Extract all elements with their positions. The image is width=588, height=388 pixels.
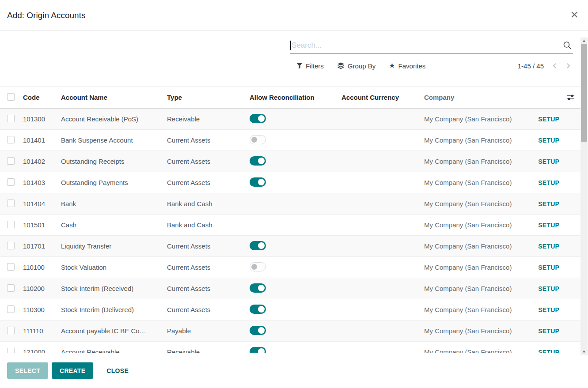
- cell-type: Current Assets: [167, 306, 250, 313]
- filters-button[interactable]: Filters: [296, 62, 324, 70]
- row-checkbox[interactable]: [7, 115, 15, 122]
- reconciliation-toggle[interactable]: [250, 114, 266, 123]
- vertical-scrollbar[interactable]: ▲ ▼: [580, 38, 588, 355]
- reconciliation-toggle[interactable]: [250, 135, 266, 144]
- cell-code: 101701: [23, 242, 61, 250]
- cell-code: 101300: [23, 115, 61, 123]
- cell-code: 101403: [23, 179, 61, 186]
- cell-code: 111110: [23, 327, 61, 335]
- star-icon: ★: [389, 62, 395, 69]
- cell-type: Bank and Cash: [167, 200, 250, 207]
- reconciliation-toggle[interactable]: [250, 262, 266, 271]
- setup-button[interactable]: SETUP: [538, 222, 559, 229]
- row-checkbox[interactable]: [7, 284, 15, 292]
- search-input[interactable]: [291, 41, 562, 50]
- table-header-row: Code Account Name Type Allow Reconciliat…: [0, 87, 580, 109]
- reconciliation-toggle[interactable]: [250, 305, 266, 314]
- filter-icon: [296, 63, 303, 69]
- setup-button[interactable]: SETUP: [538, 116, 559, 123]
- controls-row: Filters Group By ★: [290, 58, 573, 73]
- table-row[interactable]: 111110 Account payable IC BE Co... Payab…: [0, 320, 580, 342]
- favorites-button[interactable]: ★ Favorites: [389, 62, 425, 70]
- table-row[interactable]: 101300 Account Receivable (PoS) Receivab…: [0, 109, 580, 130]
- search-icon[interactable]: [562, 41, 572, 50]
- cell-type: Current Assets: [167, 242, 250, 250]
- cell-code: 110100: [23, 264, 61, 271]
- setup-button[interactable]: SETUP: [538, 306, 559, 313]
- row-checkbox[interactable]: [7, 348, 15, 354]
- table-row[interactable]: 101701 Liquidity Transfer Current Assets…: [0, 236, 580, 257]
- next-page-icon[interactable]: [565, 63, 571, 69]
- column-header-currency[interactable]: Account Currency: [341, 94, 424, 101]
- table-row[interactable]: 121000 Account Receivable Receivable My …: [0, 342, 580, 353]
- table-row[interactable]: 101501 Cash Bank and Cash My Company (Sa…: [0, 215, 580, 236]
- reconciliation-toggle[interactable]: [250, 347, 266, 354]
- setup-button[interactable]: SETUP: [538, 349, 559, 353]
- setup-button[interactable]: SETUP: [538, 264, 559, 271]
- close-button[interactable]: CLOSE: [100, 362, 135, 379]
- cell-company: My Company (San Francisco): [424, 264, 534, 271]
- table-row[interactable]: 101402 Outstanding Receipts Current Asse…: [0, 151, 580, 172]
- optional-columns-icon[interactable]: [562, 94, 580, 101]
- cell-type: Bank and Cash: [167, 221, 250, 229]
- group-by-button[interactable]: Group By: [337, 62, 376, 70]
- cell-account-name: Bank: [61, 200, 167, 207]
- row-checkbox[interactable]: [7, 305, 15, 313]
- table-row[interactable]: 101401 Bank Suspense Account Current Ass…: [0, 130, 580, 151]
- prev-page-icon[interactable]: [552, 63, 558, 69]
- reconciliation-toggle[interactable]: [250, 241, 266, 250]
- cell-type: Current Assets: [167, 136, 250, 144]
- reconciliation-toggle[interactable]: [250, 326, 266, 335]
- row-checkbox[interactable]: [7, 136, 15, 143]
- table-row[interactable]: 101403 Outstanding Payments Current Asse…: [0, 172, 580, 193]
- column-header-reconciliation[interactable]: Allow Reconciliation: [250, 94, 341, 101]
- cell-type: Payable: [167, 327, 250, 335]
- row-checkbox[interactable]: [7, 200, 15, 207]
- row-checkbox[interactable]: [7, 242, 15, 249]
- create-button[interactable]: CREATE: [52, 362, 93, 379]
- reconciliation-toggle[interactable]: [250, 156, 266, 166]
- select-button[interactable]: SELECT: [7, 362, 48, 379]
- setup-button[interactable]: SETUP: [538, 137, 559, 144]
- cell-type: Current Assets: [167, 158, 250, 165]
- dialog-title: Add: Origin Accounts: [7, 11, 85, 20]
- row-checkbox[interactable]: [7, 157, 15, 165]
- cell-account-name: Stock Interim (Delivered): [61, 306, 167, 313]
- pager-arrows: [552, 63, 571, 69]
- setup-button[interactable]: SETUP: [538, 243, 559, 250]
- cell-account-name: Account Receivable (PoS): [61, 115, 167, 123]
- layers-icon: [337, 62, 345, 69]
- table-row[interactable]: 110300 Stock Interim (Delivered) Current…: [0, 299, 580, 320]
- column-header-account-name[interactable]: Account Name: [61, 94, 167, 101]
- row-checkbox[interactable]: [7, 178, 15, 186]
- setup-button[interactable]: SETUP: [538, 158, 559, 165]
- scroll-down-icon[interactable]: ▼: [580, 349, 588, 355]
- reconciliation-toggle[interactable]: [250, 177, 266, 187]
- reconciliation-toggle[interactable]: [250, 283, 266, 293]
- scrollbar-thumb[interactable]: [581, 44, 587, 142]
- search-panel: Filters Group By ★: [290, 37, 573, 73]
- setup-button[interactable]: SETUP: [538, 200, 559, 207]
- row-checkbox[interactable]: [7, 263, 15, 271]
- cell-company: My Company (San Francisco): [424, 115, 534, 123]
- cell-code: 101404: [23, 200, 61, 207]
- select-all-checkbox[interactable]: [7, 93, 15, 101]
- table-row[interactable]: 101404 Bank Bank and Cash My Company (Sa…: [0, 193, 580, 215]
- cell-code: 101501: [23, 221, 61, 229]
- table-body: 101300 Account Receivable (PoS) Receivab…: [0, 109, 580, 353]
- scroll-up-icon[interactable]: ▲: [580, 38, 588, 44]
- cell-company: My Company (San Francisco): [424, 285, 534, 292]
- setup-button[interactable]: SETUP: [538, 285, 559, 292]
- column-header-type[interactable]: Type: [167, 94, 250, 101]
- column-header-code[interactable]: Code: [23, 94, 61, 101]
- column-header-company[interactable]: Company: [424, 94, 534, 101]
- table-row[interactable]: 110100 Stock Valuation Current Assets My…: [0, 257, 580, 278]
- close-icon[interactable]: ×: [567, 8, 582, 21]
- setup-button[interactable]: SETUP: [538, 328, 559, 335]
- setup-button[interactable]: SETUP: [538, 179, 559, 186]
- table-row[interactable]: 110200 Stock Interim (Received) Current …: [0, 278, 580, 299]
- row-checkbox[interactable]: [7, 327, 15, 334]
- row-checkbox[interactable]: [7, 221, 15, 228]
- cell-type: Current Assets: [167, 264, 250, 271]
- cell-code: 121000: [23, 348, 61, 353]
